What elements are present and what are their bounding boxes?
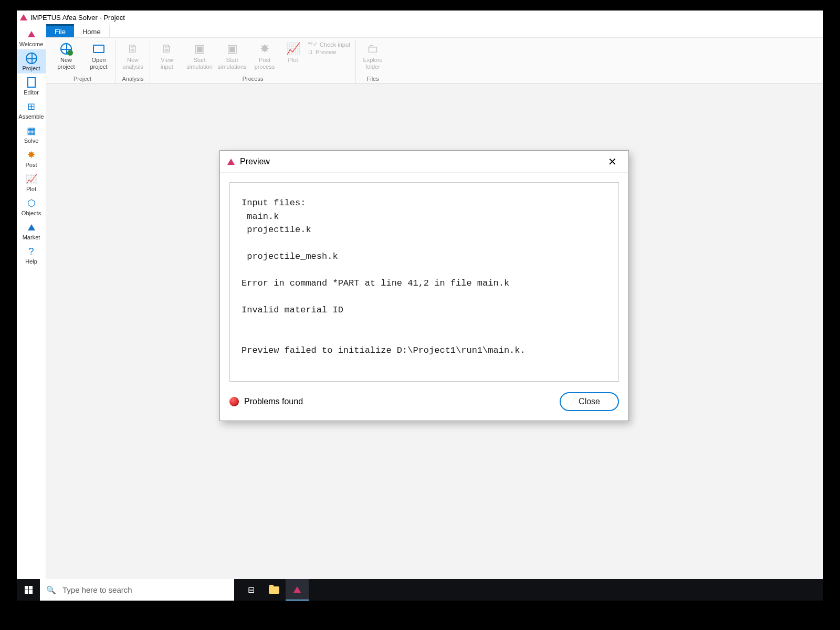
market-icon xyxy=(28,224,35,230)
workspace: Preview ✕ Input files: main.k projectile… xyxy=(46,84,823,579)
start-simulation-icon: ▣ xyxy=(194,41,205,57)
assemble-icon: ⊞ xyxy=(27,101,35,112)
preview-link: 🗋Preview xyxy=(308,49,350,55)
new-analysis-icon: 🗎 xyxy=(127,41,139,57)
ribbon-group-analysis: 🗎 New analysis Analysis xyxy=(116,40,150,83)
app-window: IMPETUS Afea Solver - Project Welcome Pr… xyxy=(17,10,823,579)
rail-objects[interactable]: ⬡ Objects xyxy=(17,194,46,218)
project-icon xyxy=(26,52,37,64)
taskview-icon: ⊟ xyxy=(248,585,255,595)
new-project-button[interactable]: New project xyxy=(51,40,81,74)
tab-file[interactable]: File xyxy=(46,24,74,37)
ribbon-group-files: 🗀 Explore folder Files xyxy=(356,40,390,83)
taskbar-impetus[interactable] xyxy=(286,579,309,601)
taskbar: 🔍 Type here to search ⊟ xyxy=(17,579,823,601)
welcome-icon xyxy=(28,31,35,37)
ribbon-group-project: New project Open project Project xyxy=(49,40,116,83)
taskbar-explorer[interactable] xyxy=(262,579,286,601)
ribbon-tabs: File Home xyxy=(46,24,823,38)
rail-solve[interactable]: ▦ Solve xyxy=(17,122,46,146)
ribbon-group-process: 🗎 View input ▣ Start simulation ▣ Start … xyxy=(150,40,356,83)
preview-dialog: Preview ✕ Input files: main.k projectile… xyxy=(219,150,629,421)
rail-assemble[interactable]: ⊞ Assemble xyxy=(17,98,46,122)
view-input-icon: 🗎 xyxy=(161,41,173,57)
objects-icon: ⬡ xyxy=(27,197,36,209)
preview-icon: 🗋 xyxy=(308,49,313,55)
titlebar: IMPETUS Afea Solver - Project xyxy=(17,10,823,24)
dialog-logo-icon xyxy=(227,159,235,165)
left-rail: Welcome Project Editor ⊞ Assemble xyxy=(17,24,46,579)
tab-home[interactable]: Home xyxy=(74,24,110,37)
search-icon: 🔍 xyxy=(46,585,56,595)
new-project-icon xyxy=(60,43,72,55)
console-output: Input files: main.k projectile.k project… xyxy=(229,182,619,382)
rail-project[interactable]: Project xyxy=(17,49,46,74)
rail-market[interactable]: Market xyxy=(17,218,46,243)
close-button[interactable]: Close xyxy=(560,392,619,411)
app-logo-icon xyxy=(20,14,27,20)
taskbar-taskview[interactable]: ⊟ xyxy=(239,579,262,601)
dialog-title: Preview xyxy=(240,157,270,166)
start-simulations-button: ▣ Start simulations xyxy=(217,40,247,74)
rail-post[interactable]: ✸ Post xyxy=(17,146,46,170)
rail-editor[interactable]: Editor xyxy=(17,74,46,98)
explorer-icon xyxy=(269,586,279,594)
window-title: IMPETUS Afea Solver - Project xyxy=(30,14,125,22)
rail-plot[interactable]: 📈 Plot xyxy=(17,170,46,194)
dialog-close-x[interactable]: ✕ xyxy=(604,153,621,170)
ribbon: New project Open project Project xyxy=(46,38,823,84)
check-input-icon: ᴬᴮ✓ xyxy=(308,41,318,48)
start-simulation-button: ▣ Start simulation xyxy=(185,40,214,74)
error-indicator-icon xyxy=(229,397,239,406)
rail-help[interactable]: ? Help xyxy=(17,243,46,267)
new-analysis-button: 🗎 New analysis xyxy=(118,40,148,74)
open-project-button[interactable]: Open project xyxy=(84,40,113,74)
editor-icon xyxy=(27,77,36,88)
start-button[interactable] xyxy=(17,579,40,601)
post-icon: ✸ xyxy=(27,149,35,161)
process-side-links: ᴬᴮ✓Check input 🗋Preview xyxy=(307,40,353,74)
help-icon: ? xyxy=(28,246,34,257)
view-input-button: 🗎 View input xyxy=(152,40,182,74)
explore-folder-icon: 🗀 xyxy=(367,41,379,57)
taskbar-search[interactable]: 🔍 Type here to search xyxy=(40,579,234,601)
search-placeholder: Type here to search xyxy=(62,585,132,594)
plot-button: 📈 Plot xyxy=(282,40,303,74)
plot-icon: 📈 xyxy=(26,173,37,185)
check-input-link: ᴬᴮ✓Check input xyxy=(308,41,350,48)
post-process-button: ✸ Post process xyxy=(250,40,279,74)
plot-ribbon-icon: 📈 xyxy=(286,41,300,57)
post-process-icon: ✸ xyxy=(260,41,269,57)
open-project-icon xyxy=(93,45,104,53)
explore-folder-button: 🗀 Explore folder xyxy=(358,40,387,74)
windows-icon xyxy=(25,586,33,594)
rail-welcome[interactable]: Welcome xyxy=(17,25,46,49)
impetus-taskbar-icon xyxy=(293,586,301,593)
dialog-status: Problems found xyxy=(229,397,303,406)
solve-icon: ▦ xyxy=(27,125,36,136)
start-simulations-icon: ▣ xyxy=(227,41,238,57)
